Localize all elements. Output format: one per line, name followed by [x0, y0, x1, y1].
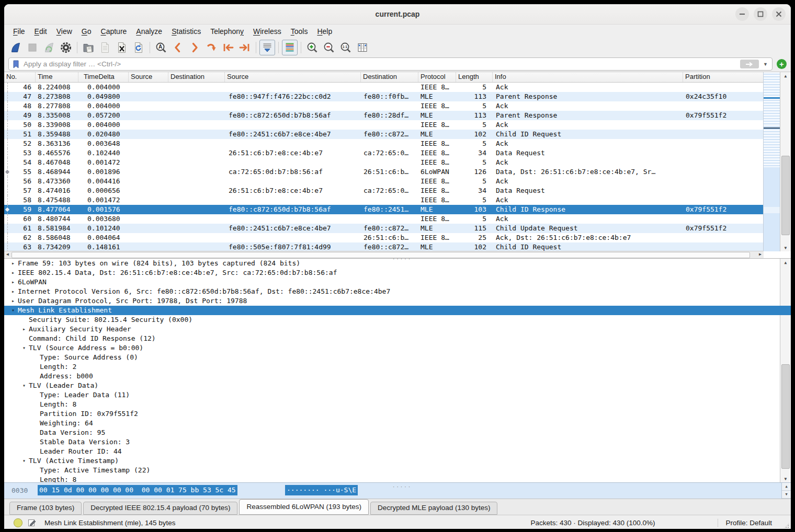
column-header-time[interactable]: Time	[36, 72, 78, 82]
packet-row-47[interactable]: 478.2738080.049800fe80::947f:f476:22bc:c…	[4, 92, 764, 101]
hex-bytes-selected[interactable]: 00 15 0d 00 00 00 00 00 00 00 01 75 bb 5…	[38, 485, 237, 495]
apply-filter-button[interactable]	[740, 60, 759, 68]
stop-capture-button[interactable]	[25, 40, 40, 55]
close-file-button[interactable]	[114, 40, 130, 55]
detail-row-19[interactable]: Stable Data Version: 3	[4, 437, 791, 447]
collapse-toggle-icon[interactable]: ▾	[20, 343, 28, 353]
collapse-toggle-icon[interactable]: ▾	[9, 306, 17, 315]
capture-options-button[interactable]	[58, 40, 74, 55]
hscroll-thumb[interactable]	[12, 252, 750, 258]
reload-file-button[interactable]	[131, 40, 146, 55]
open-file-button[interactable]	[81, 40, 96, 55]
scroll-up-icon[interactable]: ▲	[780, 72, 791, 79]
packet-row-54[interactable]: 548.4670480.001472IEEE 8…5Ack	[4, 158, 764, 167]
resize-grip[interactable]	[783, 522, 790, 529]
detail-row-1[interactable]: ▸IEEE 802.15.4 Data, Dst: 26:51:c6:b7:e8…	[4, 268, 791, 277]
packet-row-52[interactable]: 528.3631360.003648IEEE 8…5Ack	[4, 139, 764, 148]
expand-toggle-icon[interactable]: ▸	[9, 296, 17, 306]
expand-toggle-icon[interactable]: ▸	[9, 259, 17, 268]
menu-view[interactable]: View	[52, 25, 77, 38]
collapse-toggle-icon[interactable]: ▾	[20, 381, 28, 390]
zoom-out-button[interactable]	[321, 40, 337, 55]
scroll-up-icon[interactable]: ▲	[782, 483, 791, 491]
detail-row-16[interactable]: Partition ID: 0x79f551f2	[4, 409, 791, 419]
column-header-destination[interactable]: Destination	[361, 72, 418, 82]
byte-view-tab-3[interactable]: Decrypted MLE payload (130 bytes)	[370, 502, 497, 515]
go-last-button[interactable]	[237, 40, 253, 55]
resize-columns-button[interactable]	[355, 40, 370, 55]
save-file-button[interactable]	[97, 40, 113, 55]
scroll-down-icon[interactable]: ▼	[782, 491, 791, 499]
packet-row-48[interactable]: 488.2778080.004000IEEE 8…5Ack	[4, 101, 764, 111]
menu-edit[interactable]: Edit	[30, 25, 52, 38]
zoom-in-button[interactable]	[304, 40, 320, 55]
detail-row-22[interactable]: Type: Active Timestamp (22)	[4, 466, 791, 475]
expand-toggle-icon[interactable]: ▸	[9, 277, 17, 287]
filter-bookmark-icon[interactable]	[12, 60, 20, 69]
byte-view-tab-0[interactable]: Frame (103 bytes)	[9, 502, 82, 515]
expand-toggle-icon[interactable]: ▸	[9, 287, 17, 296]
detail-row-18[interactable]: Data Version: 95	[4, 428, 791, 437]
detail-row-14[interactable]: Type: Leader Data (11)	[4, 390, 791, 400]
collapse-toggle-icon[interactable]: ▾	[20, 456, 28, 466]
packet-row-53[interactable]: 538.4655760.10244026:51:c6:b7:e8:ce:4b:e…	[4, 148, 764, 158]
menu-analyze[interactable]: Analyze	[131, 25, 167, 38]
splitter-handle[interactable]: ·····	[392, 480, 412, 494]
column-header-timedelta[interactable]: TimeDelta	[78, 72, 129, 82]
column-header-info[interactable]: Info	[493, 72, 683, 82]
capture-comment-icon[interactable]	[28, 518, 36, 527]
display-filter-input[interactable]: Apply a display filter … <Ctrl-/> ▼	[8, 57, 773, 71]
menu-tools[interactable]: Tools	[286, 25, 313, 38]
detail-row-20[interactable]: Leader Router ID: 44	[4, 447, 791, 456]
scroll-left-icon[interactable]: ◀	[4, 251, 11, 258]
packet-row-57[interactable]: 578.4740160.00065626:51:c6:b7:e8:ce:4b:e…	[4, 186, 764, 195]
detail-row-8[interactable]: Command: Child ID Response (12)	[4, 334, 791, 343]
start-capture-button[interactable]	[8, 40, 24, 55]
packet-row-49[interactable]: 498.3350080.057200fe80::c872:650d:b7b8:5…	[4, 111, 764, 120]
menu-wireless[interactable]: Wireless	[248, 25, 286, 38]
zoom-reset-button[interactable]: 1:1	[338, 40, 354, 55]
packet-row-51[interactable]: 518.3594880.020480fe80::2451:c6b7:e8ce:4…	[4, 130, 764, 139]
menu-help[interactable]: Help	[312, 25, 337, 38]
go-back-button[interactable]	[170, 40, 186, 55]
close-button[interactable]	[772, 7, 786, 21]
detail-row-13[interactable]: ▾TLV (Leader Data)	[4, 381, 791, 390]
column-header-destination[interactable]: Destination	[168, 72, 225, 82]
intelligent-scrollbar-minimap[interactable]	[763, 72, 780, 251]
column-header-source[interactable]: Source	[129, 72, 168, 82]
filter-dropdown-caret[interactable]: ▼	[763, 62, 768, 67]
packet-row-56[interactable]: 568.4733600.004416IEEE 8…5Ack	[4, 177, 764, 186]
detail-row-7[interactable]: ▸Auxiliary Security Header	[4, 325, 791, 334]
menu-telephony[interactable]: Telephony	[206, 25, 248, 38]
menu-statistics[interactable]: Statistics	[167, 25, 206, 38]
packet-row-62[interactable]: 628.5860480.00406426:51:c6:b…IEEE 8…25Ac…	[4, 233, 764, 242]
detail-row-17[interactable]: Weighting: 64	[4, 419, 791, 428]
colorize-button[interactable]	[282, 40, 298, 55]
scroll-right-icon[interactable]: ▶	[757, 251, 764, 258]
detail-row-10[interactable]: Type: Source Address (0)	[4, 353, 791, 362]
packet-list-vscrollbar[interactable]: ▲ ▼	[780, 72, 791, 251]
detail-row-0[interactable]: ▸Frame 59: 103 bytes on wire (824 bits),…	[4, 259, 791, 268]
detail-row-6[interactable]: Security Suite: 802.15.4 Security (0x00)	[4, 315, 791, 325]
detail-row-21[interactable]: ▾TLV (Active Timestamp)	[4, 456, 791, 466]
packet-row-46[interactable]: 468.2240080.004000IEEE 8…5Ack	[4, 83, 764, 92]
menu-capture[interactable]: Capture	[96, 25, 132, 38]
packet-list-hscrollbar[interactable]: ◀ ▶	[4, 251, 764, 258]
detail-row-4[interactable]: ▸User Datagram Protocol, Src Port: 19788…	[4, 296, 791, 306]
expert-info-icon[interactable]	[14, 518, 22, 527]
detail-row-11[interactable]: Length: 2	[4, 362, 791, 372]
bytes-vscrollbar[interactable]: ▲▼	[781, 483, 791, 499]
column-header-partition[interactable]: Partition	[683, 72, 764, 82]
menu-go[interactable]: Go	[77, 25, 96, 38]
go-to-packet-button[interactable]	[203, 40, 219, 55]
restart-capture-button[interactable]	[41, 40, 57, 55]
packet-row-59[interactable]: 598.4770640.001576fe80::c872:650d:b7b8:5…	[4, 205, 764, 214]
detail-row-9[interactable]: ▾TLV (Source Address = b0:00)	[4, 343, 791, 353]
detail-row-2[interactable]: ▸6LoWPAN	[4, 277, 791, 287]
column-header-protocol[interactable]: Protocol	[418, 72, 456, 82]
column-header-length[interactable]: Length	[456, 72, 493, 82]
add-filter-button-button[interactable]: +	[777, 59, 787, 69]
hex-ascii-selected[interactable]: ········ ···u·S\E	[285, 485, 358, 495]
expand-toggle-icon[interactable]: ▸	[20, 325, 28, 334]
minimize-button[interactable]	[735, 7, 749, 21]
